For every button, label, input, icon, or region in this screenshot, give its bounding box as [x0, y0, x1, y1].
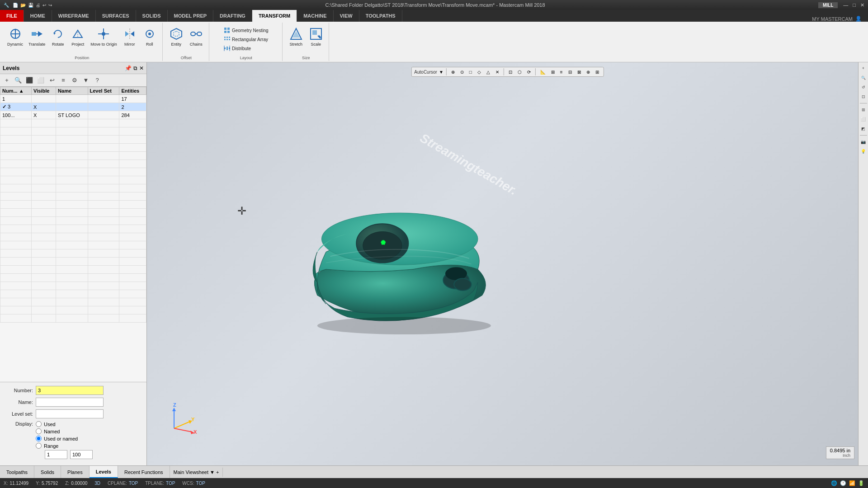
- ribbon-btn-translate[interactable]: Translate: [27, 25, 47, 48]
- table-row-empty[interactable]: [0, 241, 146, 249]
- ac-btn-10[interactable]: 📐: [538, 69, 547, 75]
- rp-plus-btn[interactable]: +: [859, 64, 868, 72]
- window-controls[interactable]: — □ ✕: [843, 2, 864, 8]
- rp-view3-btn[interactable]: ◩: [859, 125, 868, 133]
- table-row-empty[interactable]: [0, 209, 146, 217]
- col-num[interactable]: Num... ▲: [0, 87, 32, 95]
- ribbon-btn-chains[interactable]: Chains: [187, 25, 205, 48]
- range-to-input[interactable]: [70, 450, 93, 459]
- table-row-empty[interactable]: [0, 184, 146, 192]
- bottom-tab-planes[interactable]: Planes: [61, 466, 90, 478]
- ribbon-btn-geometry-nesting[interactable]: Geometry Nesting: [221, 26, 271, 34]
- panel-tb-invisible[interactable]: ⬜: [36, 75, 46, 85]
- tab-wireframe[interactable]: WIREFRAME: [52, 10, 96, 22]
- ac-btn-9[interactable]: ⟳: [525, 69, 533, 75]
- tab-view[interactable]: VIEW: [334, 10, 359, 22]
- table-row-empty[interactable]: [0, 192, 146, 201]
- table-row[interactable]: ✓ 3 X 2: [0, 103, 146, 111]
- tb-undo[interactable]: ↩: [42, 3, 46, 8]
- rp-view1-btn[interactable]: ⊞: [859, 106, 868, 114]
- wcs-value[interactable]: TOP: [196, 481, 205, 486]
- tb-open[interactable]: 📂: [20, 3, 26, 8]
- table-row-empty[interactable]: [0, 258, 146, 266]
- rp-view2-btn[interactable]: ⬜: [859, 115, 868, 123]
- table-row-empty[interactable]: [0, 160, 146, 168]
- table-row-empty[interactable]: [0, 201, 146, 209]
- tab-solids[interactable]: SOLIDS: [136, 10, 168, 22]
- table-row-empty[interactable]: [0, 217, 146, 225]
- ac-btn-11[interactable]: ⊞: [549, 69, 557, 75]
- viewsheet-add-btn[interactable]: ▼: [210, 469, 215, 475]
- name-input[interactable]: [36, 398, 104, 407]
- cplane-value[interactable]: TOP: [129, 481, 138, 486]
- table-row-empty[interactable]: [0, 176, 146, 184]
- panel-tb-dropdown[interactable]: ▼: [81, 75, 91, 85]
- tb-new[interactable]: 📄: [13, 3, 18, 8]
- tab-transform[interactable]: TRANSFORM: [252, 10, 297, 22]
- table-row[interactable]: 1 17: [0, 95, 146, 103]
- tab-file[interactable]: FILE: [0, 10, 24, 22]
- ac-btn-3[interactable]: □: [467, 69, 474, 75]
- display-used-radio[interactable]: [36, 421, 42, 427]
- ribbon-btn-rotate[interactable]: Rotate: [49, 25, 67, 48]
- table-row-empty[interactable]: [0, 249, 146, 258]
- table-row-empty[interactable]: [0, 298, 146, 306]
- ac-btn-1[interactable]: ⊕: [449, 69, 457, 75]
- ribbon-btn-dynamic[interactable]: Dynamic: [5, 25, 25, 48]
- status-icon-battery[interactable]: 🔋: [858, 480, 864, 486]
- table-row-empty[interactable]: [0, 314, 146, 323]
- table-row-empty[interactable]: [0, 127, 146, 136]
- ac-btn-8[interactable]: ⬡: [516, 69, 524, 75]
- minimize-btn[interactable]: —: [843, 2, 848, 8]
- table-row-empty[interactable]: [0, 144, 146, 152]
- tab-model-prep[interactable]: MODEL PREP: [168, 10, 214, 22]
- tb-print[interactable]: 🖨: [36, 3, 40, 8]
- rp-zoom-btn[interactable]: 🔍: [859, 74, 868, 82]
- viewsheet-plus-btn[interactable]: +: [216, 469, 219, 475]
- tab-drafting[interactable]: DRAFTING: [213, 10, 252, 22]
- status-icon-clock[interactable]: 🕐: [840, 480, 846, 486]
- display-range-radio[interactable]: [36, 443, 42, 449]
- tab-machine[interactable]: MACHINE: [297, 10, 333, 22]
- panel-tb-sort[interactable]: ≡: [58, 75, 68, 85]
- ribbon-btn-rectangular-array[interactable]: Rectangular Array: [221, 35, 271, 43]
- panel-tb-search[interactable]: 🔍: [13, 75, 23, 85]
- viewsheet-label[interactable]: Main Viewsheet ▼ +: [170, 468, 223, 477]
- ribbon-btn-move-to-origin[interactable]: Move to Origin: [89, 25, 119, 48]
- ac-btn-7[interactable]: ⊡: [507, 69, 514, 75]
- tplane-value[interactable]: TOP: [166, 481, 175, 486]
- panel-tb-move[interactable]: ↩: [47, 75, 57, 85]
- table-row-empty[interactable]: [0, 136, 146, 144]
- col-entities[interactable]: Entities: [119, 87, 146, 95]
- table-row-empty[interactable]: [0, 152, 146, 160]
- tab-home[interactable]: HOME: [24, 10, 52, 22]
- ac-btn-5[interactable]: △: [485, 69, 492, 75]
- tab-toolpaths[interactable]: TOOLPATHS: [359, 10, 402, 22]
- status-icon-wifi[interactable]: 📶: [849, 480, 855, 486]
- ac-btn-14[interactable]: ⊠: [576, 69, 583, 75]
- panel-close-btn[interactable]: ✕: [139, 65, 144, 71]
- col-visible[interactable]: Visible: [32, 87, 56, 95]
- table-row-empty[interactable]: [0, 233, 146, 241]
- ac-btn-2[interactable]: ⊙: [458, 69, 466, 75]
- bottom-tab-recent-functions[interactable]: Recent Functions: [118, 466, 170, 478]
- table-row-empty[interactable]: [0, 119, 146, 127]
- panel-pin-btn[interactable]: 📌: [125, 65, 132, 71]
- ribbon-btn-stretch[interactable]: Stretch: [287, 25, 305, 48]
- ac-btn-13[interactable]: ⊟: [566, 69, 574, 75]
- ac-btn-16[interactable]: ⊞: [594, 69, 601, 75]
- bottom-tab-solids[interactable]: Solids: [34, 466, 61, 478]
- display-named-radio[interactable]: [36, 428, 42, 434]
- table-row-empty[interactable]: [0, 168, 146, 176]
- rp-light-btn[interactable]: 💡: [859, 147, 868, 155]
- ribbon-btn-distribute[interactable]: Distribute: [221, 44, 271, 52]
- status-icon-globe[interactable]: 🌐: [831, 480, 837, 486]
- maximize-btn[interactable]: □: [853, 2, 856, 8]
- ribbon-btn-project[interactable]: Project: [69, 25, 87, 48]
- table-row-empty[interactable]: [0, 225, 146, 233]
- tab-surfaces[interactable]: SURFACES: [96, 10, 136, 22]
- rp-fit-btn[interactable]: ⊡: [859, 93, 868, 101]
- panel-tb-help[interactable]: ?: [92, 75, 102, 85]
- table-row-empty[interactable]: [0, 306, 146, 314]
- col-level-set[interactable]: Level Set: [88, 87, 119, 95]
